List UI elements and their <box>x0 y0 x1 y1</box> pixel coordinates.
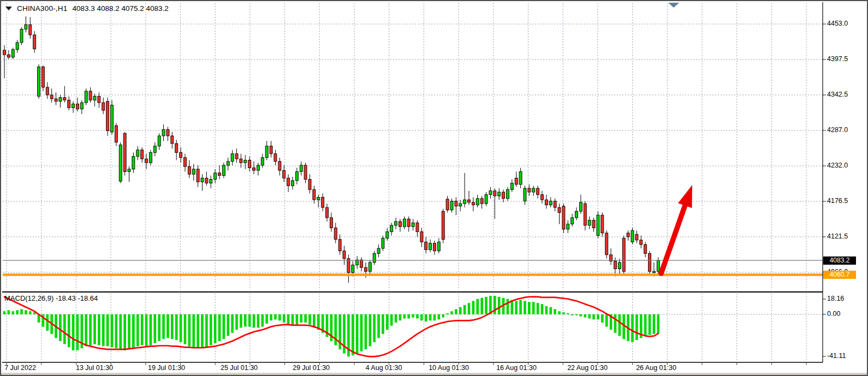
price-axis-label: 4397.5 <box>827 55 848 63</box>
symbol-timeframe-label: CHINA300-,H1 <box>17 4 67 13</box>
time-axis-label: 25 Jul 01:30 <box>221 364 258 372</box>
time-axis-label: 19 Jul 01:30 <box>148 364 185 372</box>
time-axis-label: 4 Aug 01:30 <box>366 364 402 372</box>
time-axis[interactable] <box>1 362 823 373</box>
time-axis-label: 13 Jul 01:30 <box>76 364 113 372</box>
chart-shift-marker-icon[interactable] <box>668 3 679 8</box>
window-edge-strip <box>1 373 867 376</box>
ohlc-quote-label: 4083.3 4088.2 4075.2 4083.2 <box>72 4 168 13</box>
price-chart-canvas[interactable] <box>1 1 867 375</box>
macd-indicator-label: MACD(12,26,9) -18.43 -18.64 <box>4 294 98 302</box>
current-price-tag: 4083.2 <box>823 256 856 265</box>
time-axis-label: 29 Jul 01:30 <box>293 364 330 372</box>
price-axis-label: 4121.5 <box>827 232 848 240</box>
price-axis-label: 4453.0 <box>827 20 848 27</box>
time-axis-label: 26 Aug 01:30 <box>636 364 676 372</box>
time-axis-label: 10 Aug 01:30 <box>429 364 469 372</box>
time-axis-label: 22 Aug 01:30 <box>567 364 608 372</box>
price-axis-label: 4176.5 <box>827 197 848 205</box>
time-axis-label: 16 Aug 01:30 <box>496 364 537 372</box>
macd-axis-label: 0.00 <box>827 310 840 318</box>
macd-axis-label: -41.11 <box>827 352 846 360</box>
support-price-tag: 4060.7 <box>823 271 856 279</box>
chart-window: CHINA300-,H1 4083.3 4088.2 4075.2 4083.2… <box>0 0 868 376</box>
chart-title: CHINA300-,H1 4083.3 4088.2 4075.2 4083.2 <box>5 4 169 13</box>
price-axis-label: 4287.0 <box>827 126 848 134</box>
time-axis-label: 7 Jul 2022 <box>4 364 36 372</box>
symbol-dropdown-icon[interactable] <box>5 7 12 10</box>
price-axis-label: 4232.0 <box>827 162 848 169</box>
price-axis-label: 4342.5 <box>827 91 848 98</box>
macd-axis-label: 18.16 <box>827 295 844 302</box>
